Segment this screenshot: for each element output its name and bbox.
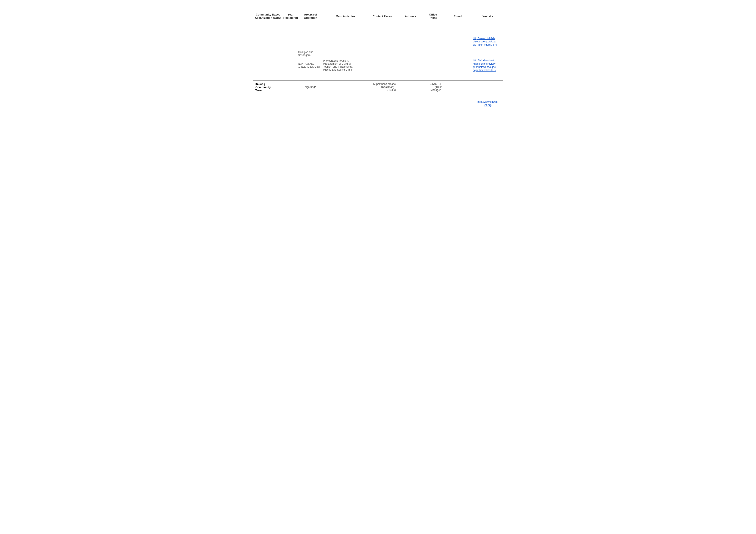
header-address: Address (398, 13, 423, 19)
ng4-row: NG4- Xai Xai,Xhaba, Xhaa, Qubi Photograp… (253, 59, 503, 72)
bottom-website-row: http://www.khwaitr ust.org/ (253, 100, 503, 107)
spacer-row-2 (253, 46, 503, 51)
gudigwa-row: Gudigwa andSeshogora (253, 51, 503, 57)
spacer-row-4 (253, 72, 503, 80)
spacer-row-3 (253, 57, 503, 59)
header-phone: Office Phone (423, 13, 443, 19)
main-table: Community Based Organization (CBO) Year … (253, 13, 503, 124)
website-link-3[interactable]: http://www.khwaitr ust.org/ (477, 100, 499, 107)
page-wrapper: Community Based Organization (CBO) Year … (249, 4, 507, 133)
website-link-2[interactable]: http://trickleout.net/index.php/director… (473, 59, 497, 72)
header-email: E-mail (443, 13, 473, 19)
header-contact: Contact Person (368, 13, 398, 19)
spacer-row-5 (253, 94, 503, 100)
itekeng-row: Itekeng Community Trust Ngarange Kupembo… (253, 80, 503, 94)
spacer-row-1 (253, 19, 503, 37)
header-area: Area(s) of Operation (298, 13, 323, 19)
header-org: Community Based Organization (CBO) (253, 13, 283, 19)
spacer-row-bottom (253, 107, 503, 124)
header-activities: Main Activities (323, 13, 368, 19)
header-year: Year Registered (283, 13, 298, 19)
website-row-1: http://www.birdlifebotswana.org.bw/basel… (253, 37, 503, 46)
website-link-1[interactable]: http://www.birdlifebotswana.org.bw/basel… (473, 37, 497, 46)
header-website: Website (473, 13, 503, 19)
header-row: Community Based Organization (CBO) Year … (253, 13, 503, 19)
